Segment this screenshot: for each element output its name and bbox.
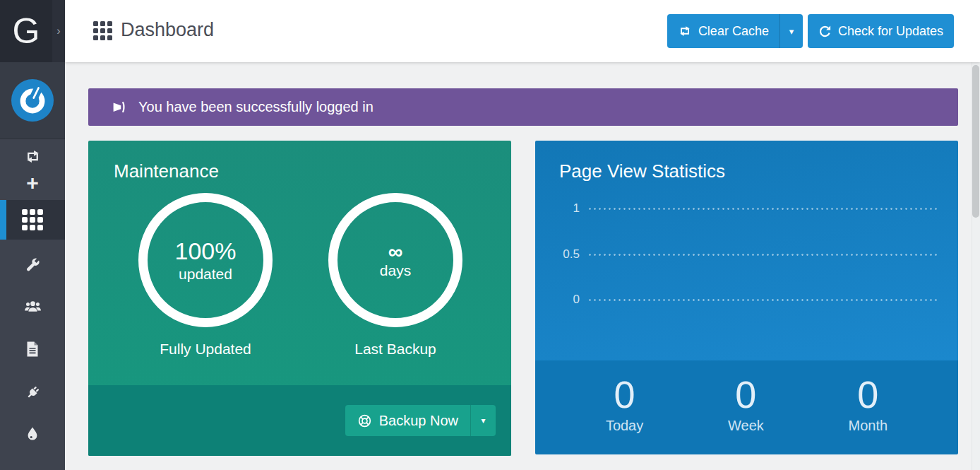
sidebar-item-dashboard[interactable] bbox=[0, 200, 65, 240]
sidebar-collapse-toggle[interactable]: › bbox=[52, 0, 65, 62]
week-label: Week bbox=[728, 418, 764, 434]
sidebar-item-users[interactable] bbox=[0, 291, 65, 322]
plus-icon: + bbox=[26, 172, 39, 194]
dotted-gridline bbox=[587, 299, 940, 301]
check-updates-button[interactable]: Check for Updates bbox=[808, 14, 954, 48]
fully-updated-label: Fully Updated bbox=[121, 341, 290, 358]
lifering-icon bbox=[357, 413, 372, 428]
chevron-right-icon: › bbox=[56, 25, 60, 37]
backup-split-button: Backup Now ▾ bbox=[345, 405, 496, 436]
backup-dropdown-button[interactable]: ▾ bbox=[470, 405, 496, 436]
page-title: Dashboard bbox=[121, 19, 214, 41]
droplet-icon bbox=[25, 426, 40, 443]
ytick-label: 0.5 bbox=[535, 247, 587, 262]
page-view-statistics-panel: Page View Statistics 1 0.5 0 0 Today 0 W… bbox=[535, 141, 958, 454]
month-label: Month bbox=[849, 418, 888, 434]
week-count: 0 bbox=[728, 375, 764, 415]
users-icon bbox=[23, 298, 42, 315]
power-logo-icon bbox=[11, 78, 54, 122]
sidebar-item-theme[interactable] bbox=[0, 419, 65, 450]
alert-message: You have been successfully logged in bbox=[138, 99, 374, 115]
maintenance-panel: Maintenance 100% updated ∞ days Fully Up… bbox=[88, 141, 511, 456]
backup-now-label: Backup Now bbox=[379, 413, 458, 429]
wrench-icon bbox=[24, 257, 41, 274]
page-views-title: Page View Statistics bbox=[559, 160, 725, 182]
dotted-gridline bbox=[587, 208, 940, 210]
sync-retweet-icon bbox=[24, 148, 42, 165]
clear-cache-button[interactable]: Clear Cache bbox=[667, 14, 779, 48]
clear-cache-label: Clear Cache bbox=[698, 24, 769, 39]
caret-down-icon: ▾ bbox=[481, 416, 485, 425]
caret-down-icon: ▾ bbox=[789, 26, 794, 37]
last-backup-ring: ∞ days bbox=[328, 193, 462, 327]
today-label: Today bbox=[606, 418, 643, 434]
sidebar-item-pages[interactable] bbox=[0, 334, 65, 365]
last-backup-unit: days bbox=[380, 262, 411, 279]
top-header: Dashboard Clear Cache ▾ bbox=[65, 0, 980, 62]
updated-percent-unit: updated bbox=[179, 266, 232, 283]
maintenance-title: Maintenance bbox=[114, 160, 219, 182]
counter-today: 0 Today bbox=[606, 375, 643, 454]
scrollbar-thumb[interactable] bbox=[972, 65, 979, 218]
last-backup-label: Last Backup bbox=[311, 341, 480, 358]
backup-now-button[interactable]: Backup Now bbox=[345, 405, 470, 436]
clear-cache-split-button: Clear Cache ▾ bbox=[667, 14, 803, 48]
file-icon bbox=[25, 341, 40, 358]
app-logo[interactable]: G bbox=[0, 0, 52, 62]
maintenance-footer: Backup Now ▾ bbox=[88, 385, 511, 456]
sidebar: G › bbox=[0, 0, 65, 470]
power-logo-block[interactable] bbox=[0, 62, 65, 139]
counter-week: 0 Week bbox=[728, 375, 764, 454]
megaphone-icon bbox=[112, 99, 129, 115]
page-views-counters: 0 Today 0 Week 0 Month bbox=[535, 360, 958, 454]
dotted-gridline bbox=[587, 254, 940, 256]
page-views-chart: Page View Statistics 1 0.5 0 bbox=[535, 141, 958, 360]
admin-dashboard: G › bbox=[0, 0, 980, 470]
plug-icon bbox=[24, 384, 42, 401]
ytick-label: 0 bbox=[535, 293, 587, 307]
login-success-alert: You have been successfully logged in bbox=[88, 88, 958, 126]
sidebar-item-tools[interactable] bbox=[0, 249, 65, 281]
sidebar-item-plugins[interactable] bbox=[0, 377, 65, 408]
check-updates-label: Check for Updates bbox=[838, 24, 943, 39]
header-buttons: Clear Cache ▾ Check for Updates bbox=[667, 14, 954, 48]
last-backup-value: ∞ bbox=[388, 242, 403, 262]
fully-updated-ring: 100% updated bbox=[138, 193, 273, 327]
month-count: 0 bbox=[849, 375, 888, 415]
refresh-icon bbox=[818, 25, 832, 38]
dashboard-grid-icon bbox=[93, 21, 112, 40]
ytick-label: 1 bbox=[535, 201, 587, 216]
logo-letter: G bbox=[13, 11, 40, 52]
counter-month: 0 Month bbox=[849, 375, 888, 454]
clear-cache-dropdown-button[interactable]: ▾ bbox=[779, 14, 803, 48]
updated-percent-value: 100% bbox=[175, 237, 237, 265]
retweet-icon bbox=[678, 24, 692, 38]
sidebar-item-add[interactable]: + bbox=[0, 168, 65, 199]
grid-icon bbox=[22, 209, 43, 230]
today-count: 0 bbox=[606, 375, 643, 415]
